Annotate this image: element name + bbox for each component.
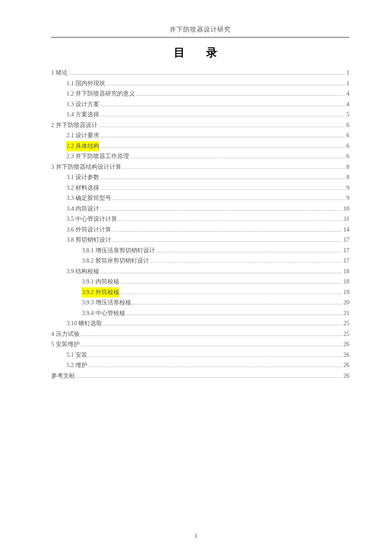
toc-entry-text: 参考文献 (51, 371, 75, 382)
toc-entry: 1 绪论1 (51, 68, 349, 78)
toc-leader-dots (150, 257, 343, 263)
toc-entry-text: 3.4 内筒设计 (66, 204, 99, 214)
toc-entry: 5.1 安装26 (51, 350, 349, 361)
toc-entry: 3.9.2 外筒校核19 (51, 287, 349, 298)
toc-leader-dots (107, 80, 345, 85)
toc-entry-page: 17 (343, 246, 349, 256)
toc-entry-text: 3.2 材料选择 (66, 183, 99, 194)
toc-leader-dots (123, 163, 346, 168)
toc-entry: 5.2 维护26 (51, 360, 349, 371)
table-of-contents: 1 绪论11.1 国内外现状11.2 井下防喷器研究的意义41.3 设计方案41… (51, 68, 349, 381)
toc-leader-dots (76, 372, 342, 377)
toc-entry-page: 20 (343, 298, 349, 308)
toc-leader-dots (133, 299, 343, 304)
toc-entry-text: 5.2 维护 (66, 360, 87, 371)
toc-entry-page: 26 (343, 339, 349, 350)
toc-entry-page: 6 (346, 141, 349, 152)
toc-entry-page: 6 (346, 151, 349, 162)
toc-entry-text: 3.10 螺钉选取 (66, 318, 102, 329)
toc-entry-text: 3.9.3 增压活塞校核 (82, 298, 131, 308)
toc-entry-page: 6 (346, 130, 349, 141)
toc-entry-text: 3.6 外筒设计计算 (66, 225, 111, 235)
toc-entry: 2.1 设计要求6 (51, 130, 349, 141)
running-header: 井下防喷器设计研究 (51, 26, 349, 38)
toc-leader-dots (130, 153, 345, 158)
toc-entry-page: 4 (346, 99, 349, 110)
toc-entry-page: 25 (343, 318, 349, 329)
toc-entry-page: 26 (343, 350, 349, 361)
toc-entry-text: 2 井下防喷器设计 (51, 120, 98, 131)
toc-entry: 1.3 设计方案4 (51, 99, 349, 110)
toc-entry: 3.9.1 内筒校核18 (51, 277, 349, 287)
toc-entry: 3.2 材料选择9 (51, 183, 349, 194)
toc-entry-text: 5.1 安装 (66, 350, 87, 361)
toc-title: 目 录 (51, 45, 349, 60)
toc-entry-page: 18 (343, 277, 349, 287)
toc-entry: 3.3 确定胶筒型号9 (51, 193, 349, 204)
toc-entry-text: 3.3 确定胶筒型号 (66, 193, 111, 204)
toc-leader-dots (81, 341, 343, 346)
toc-leader-dots (127, 309, 343, 315)
toc-leader-dots (101, 111, 345, 116)
toc-entry-page: 17 (343, 256, 349, 266)
toc-entry-text: 5 安装维护 (51, 339, 80, 350)
toc-leader-dots (104, 320, 342, 325)
toc-leader-dots (101, 268, 342, 273)
toc-leader-dots (89, 362, 342, 367)
toc-entry-page: 17 (343, 235, 349, 246)
toc-entry: 4 压力试验25 (51, 329, 349, 340)
toc-entry: 3.9.3 增压活塞校核20 (51, 298, 349, 308)
toc-entry: 3.8 剪切销钉设计17 (51, 235, 349, 246)
toc-entry: 3.9.4 中心管校核21 (51, 308, 349, 319)
toc-entry: 3 井下防喷器结构设计计算8 (51, 162, 349, 173)
toc-entry-page: 26 (343, 360, 349, 371)
toc-leader-dots (101, 142, 345, 147)
toc-leader-dots (121, 289, 343, 294)
toc-entry-text: 3.8 剪切销钉设计 (66, 235, 111, 246)
toc-entry-page: 4 (346, 89, 349, 99)
toc-leader-dots (112, 237, 342, 242)
toc-leader-dots (99, 121, 346, 127)
page-number: I (0, 533, 392, 540)
toc-entry-text: 2.2 具体结构 (66, 141, 99, 152)
toc-entry-text: 3.5 中心管设计计算 (66, 214, 117, 225)
toc-entry: 2 井下防喷器设计6 (51, 120, 349, 131)
toc-entry: 3.8.2 胶筒座剪切销钉设计17 (51, 256, 349, 266)
toc-entry-text: 3.9.2 外筒校核 (82, 287, 119, 298)
toc-entry: 3.1 设计参数8 (51, 172, 349, 183)
toc-leader-dots (81, 330, 343, 335)
toc-leader-dots (89, 351, 342, 356)
toc-entry: 2.2 具体结构6 (51, 141, 349, 152)
toc-entry-page: 1 (346, 78, 349, 89)
toc-entry-page: 9 (346, 193, 349, 204)
toc-entry-text: 3.9.4 中心管校核 (82, 308, 125, 319)
toc-entry-page: 8 (346, 172, 349, 183)
toc-entry-page: 1 (346, 68, 349, 78)
toc-entry-page: 26 (343, 371, 349, 382)
toc-entry: 1.2 井下防喷器研究的意义4 (51, 89, 349, 99)
toc-entry-text: 1.4 方案选择 (66, 110, 99, 120)
toc-entry-text: 3.1 设计参数 (66, 172, 99, 183)
toc-entry-text: 3.8.1 增压活塞剪切销钉设计 (82, 246, 155, 256)
page: 井下防喷器设计研究 目 录 1 绪论11.1 国内外现状11.2 井下防喷器研究… (0, 0, 392, 555)
toc-entry-text: 3.9 结构校核 (66, 266, 99, 277)
toc-leader-dots (101, 132, 345, 137)
toc-entry: 5 安装维护26 (51, 339, 349, 350)
toc-leader-dots (101, 174, 345, 179)
toc-entry-text: 1.1 国内外现状 (66, 78, 105, 89)
toc-entry-text: 1.2 井下防喷器研究的意义 (66, 89, 135, 99)
toc-entry: 2.3 井下防喷器工作原理6 (51, 151, 349, 162)
toc-entry-page: 11 (344, 214, 349, 225)
toc-leader-dots (101, 184, 345, 189)
toc-entry: 3.10 螺钉选取25 (51, 318, 349, 329)
toc-entry-text: 1 绪论 (51, 68, 68, 78)
toc-entry-text: 3.8.2 胶筒座剪切销钉设计 (82, 256, 149, 266)
toc-leader-dots (101, 101, 345, 106)
toc-entry-page: 14 (343, 225, 349, 235)
toc-entry: 1.1 国内外现状1 (51, 78, 349, 89)
toc-entry-page: 10 (343, 204, 349, 214)
toc-entry-text: 1.3 设计方案 (66, 99, 99, 110)
toc-entry: 3.5 中心管设计计算11 (51, 214, 349, 225)
toc-entry: 3.8.1 增压活塞剪切销钉设计17 (51, 246, 349, 256)
toc-entry: 3.9 结构校核18 (51, 266, 349, 277)
